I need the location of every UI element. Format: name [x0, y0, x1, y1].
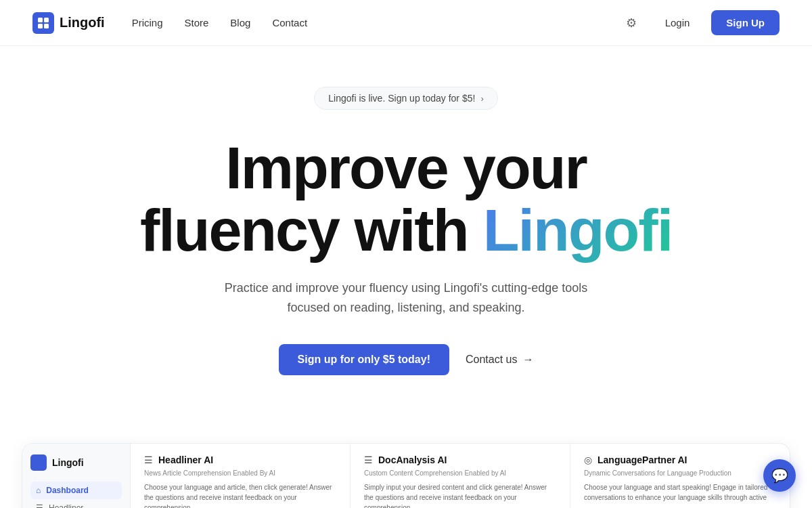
sidebar-item-dashboard[interactable]: ⌂ Dashboard: [30, 482, 122, 499]
dashboard-content: ☰ Headliner AI News Article Comprehensio…: [131, 444, 790, 508]
announcement-text: Lingofi is live. Sign up today for $5!: [328, 93, 475, 104]
theme-toggle-button[interactable]: ⚙: [619, 11, 644, 35]
nav-blog[interactable]: Blog: [230, 17, 250, 28]
hero-cta: Sign up for only $5 today! Contact us →: [32, 344, 780, 375]
feature-card-docanalysis: ☰ DocAnalysis AI Custom Content Comprehe…: [351, 444, 570, 508]
hero-section: Lingofi is live. Sign up today for $5! ›…: [0, 46, 812, 402]
sidebar-logo: Lingofi: [30, 454, 122, 471]
chat-fab-icon: 💬: [771, 467, 788, 484]
feature-card-languagepartner-header: ◎ LanguagePartner AI: [584, 454, 776, 465]
navbar-left: Lingofi Pricing Store Blog Contact: [32, 12, 307, 34]
docanalysis-card-icon: ☰: [364, 454, 373, 465]
hero-title: Improve your fluency with Lingofi: [102, 137, 710, 262]
docanalysis-card-subtitle: Custom Content Comprehension Enabled by …: [364, 469, 556, 477]
sidebar-item-dashboard-label: Dashboard: [46, 486, 89, 495]
svg-rect-1: [44, 18, 49, 22]
headliner-icon: ☰: [36, 503, 43, 508]
feature-card-headliner: ☰ Headliner AI News Article Comprehensio…: [131, 444, 351, 508]
cta-primary-button[interactable]: Sign up for only $5 today!: [279, 344, 449, 375]
navbar: Lingofi Pricing Store Blog Contact ⚙ Log…: [0, 0, 812, 46]
docanalysis-card-body: Simply input your desired content and cl…: [364, 482, 556, 508]
hero-title-line1: Improve your: [225, 134, 586, 201]
docanalysis-card-title: DocAnalysis AI: [378, 454, 447, 465]
sidebar-item-headliner-label: Headliner: [49, 503, 83, 508]
announcement-bar[interactable]: Lingofi is live. Sign up today for $5! ›: [314, 87, 497, 110]
headliner-card-title: Headliner AI: [158, 454, 213, 465]
nav-contact[interactable]: Contact: [272, 17, 307, 28]
nav-links: Pricing Store Blog Contact: [132, 17, 307, 28]
announcement-arrow: ›: [480, 93, 483, 104]
cta-secondary-button[interactable]: Contact us →: [466, 354, 533, 366]
logo-text: Lingofi: [60, 15, 105, 30]
logo-svg: [37, 16, 50, 30]
feature-card-docanalysis-header: ☰ DocAnalysis AI: [364, 454, 556, 465]
dashboard-sidebar: Lingofi ⌂ Dashboard ☰ Headliner: [22, 444, 131, 508]
sidebar-logo-text: Lingofi: [52, 457, 84, 468]
dashboard-icon: ⌂: [36, 486, 41, 495]
nav-store[interactable]: Store: [185, 17, 209, 28]
navbar-right: ⚙ Login Sign Up: [619, 10, 780, 35]
hero-title-line2-plain: fluency with: [140, 196, 468, 263]
languagepartner-card-body: Choose your language and start speaking!…: [584, 482, 776, 503]
languagepartner-card-subtitle: Dynamic Conversations for Language Produ…: [584, 469, 776, 477]
sidebar-logo-icon: [30, 454, 47, 471]
headliner-card-subtitle: News Article Comprehension Enabled By AI: [144, 469, 336, 477]
cta-secondary-arrow-icon: →: [522, 354, 533, 366]
hero-title-brand: Lingofi: [483, 196, 672, 263]
cta-secondary-text: Contact us: [466, 354, 517, 366]
logo-icon: [32, 12, 54, 34]
headliner-card-icon: ☰: [144, 454, 153, 465]
signup-button[interactable]: Sign Up: [711, 10, 780, 35]
login-button[interactable]: Login: [654, 12, 701, 34]
hero-subtitle: Practice and improve your fluency using …: [223, 278, 589, 318]
feature-card-languagepartner: ◎ LanguagePartner AI Dynamic Conversatio…: [570, 444, 790, 508]
headliner-card-body: Choose your language and article, then c…: [144, 482, 336, 508]
languagepartner-card-icon: ◎: [584, 454, 592, 465]
nav-pricing[interactable]: Pricing: [132, 17, 163, 28]
dashboard-preview: Lingofi ⌂ Dashboard ☰ Headliner ☰ Headli…: [22, 443, 790, 508]
svg-rect-3: [44, 24, 49, 28]
svg-rect-2: [38, 24, 43, 28]
feature-card-headliner-header: ☰ Headliner AI: [144, 454, 336, 465]
sidebar-item-headliner[interactable]: ☰ Headliner: [30, 499, 122, 508]
logo[interactable]: Lingofi: [32, 12, 105, 34]
languagepartner-card-title: LanguagePartner AI: [597, 454, 687, 465]
svg-rect-0: [38, 18, 43, 22]
chat-fab-button[interactable]: 💬: [763, 459, 796, 492]
